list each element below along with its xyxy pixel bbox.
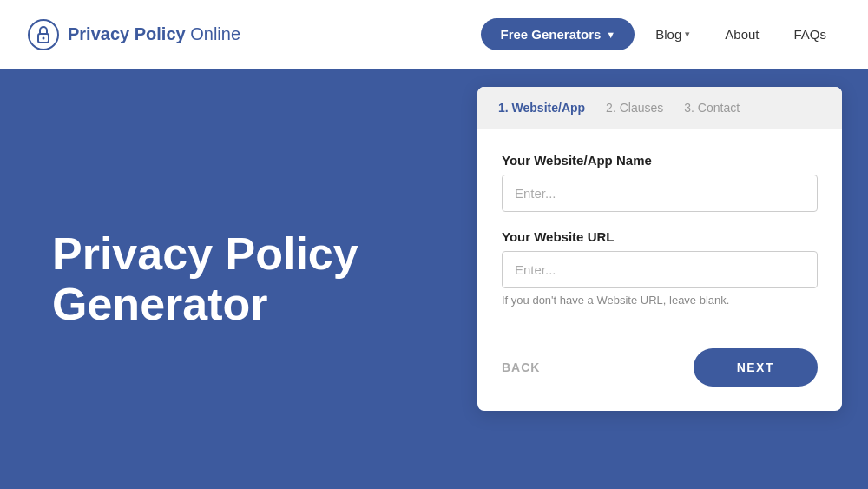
form-body: Your Website/App Name Your Website URL I… [477, 129, 842, 348]
next-button[interactable]: NEXT [694, 348, 818, 387]
hero-panel: Privacy Policy Generator [0, 69, 460, 489]
chevron-down-icon: ▼ [606, 30, 615, 40]
step-2[interactable]: 2. Clauses [606, 101, 663, 115]
hero-title-line1: Privacy Policy [52, 228, 358, 279]
blog-chevron-icon: ▾ [685, 29, 690, 40]
nav-area: Free Generators ▼ Blog ▾ About FAQs [481, 18, 840, 50]
faqs-nav-link[interactable]: FAQs [779, 18, 840, 50]
form-card: 1. Website/App 2. Clauses 3. Contact You… [477, 87, 842, 411]
logo-text-bold: Privacy Policy [68, 24, 186, 43]
logo-area: Privacy Policy Online [28, 19, 481, 50]
svg-point-2 [43, 36, 45, 39]
app-name-label: Your Website/App Name [502, 153, 818, 168]
url-input[interactable] [502, 251, 818, 288]
step-1[interactable]: 1. Website/App [498, 101, 585, 115]
hero-title-line2: Generator [52, 279, 268, 329]
blog-nav-link[interactable]: Blog ▾ [641, 18, 704, 50]
form-panel: 1. Website/App 2. Clauses 3. Contact You… [460, 69, 868, 489]
url-hint: If you don't have a Website URL, leave b… [502, 294, 818, 307]
main-content: Privacy Policy Generator 1. Website/App … [0, 69, 868, 489]
faqs-label: FAQs [793, 27, 826, 42]
hero-title: Privacy Policy Generator [52, 229, 358, 328]
blog-label: Blog [655, 27, 681, 42]
logo-text: Privacy Policy Online [68, 24, 240, 44]
step-3[interactable]: 3. Contact [684, 101, 740, 115]
about-nav-link[interactable]: About [711, 18, 773, 50]
free-generators-label: Free Generators [500, 27, 601, 42]
about-label: About [725, 27, 759, 42]
steps-header: 1. Website/App 2. Clauses 3. Contact [477, 87, 842, 129]
url-label: Your Website URL [502, 229, 818, 244]
logo-text-light: Online [186, 24, 240, 43]
header: Privacy Policy Online Free Generators ▼ … [0, 0, 868, 69]
back-button[interactable]: BACK [502, 360, 540, 374]
app-name-input[interactable] [502, 175, 818, 212]
logo-icon [28, 19, 59, 50]
form-actions: BACK NEXT [477, 348, 842, 411]
free-generators-button[interactable]: Free Generators ▼ [481, 18, 635, 50]
